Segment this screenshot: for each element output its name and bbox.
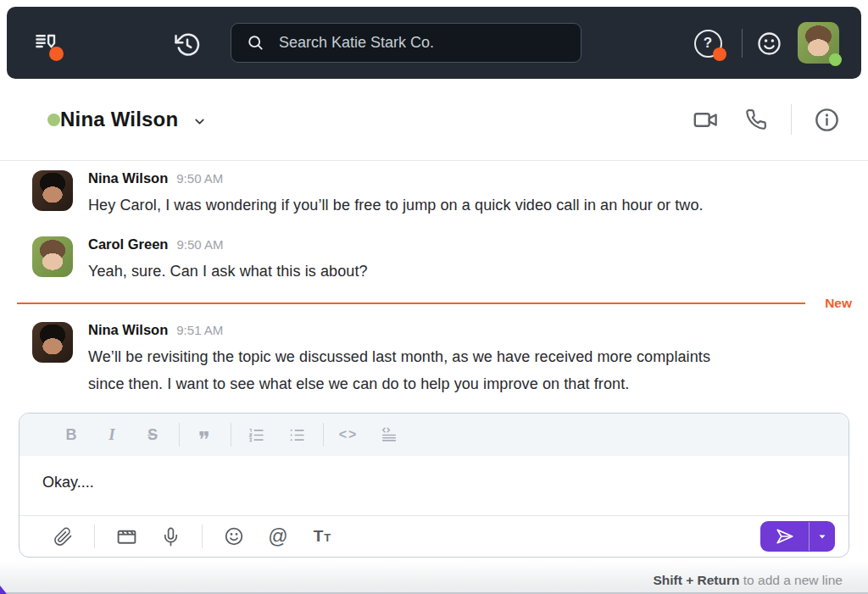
top-bar: ? bbox=[7, 7, 861, 79]
user-avatar[interactable] bbox=[798, 22, 839, 64]
avatar[interactable] bbox=[32, 236, 73, 277]
avatar[interactable] bbox=[32, 170, 73, 211]
channel-header: Nina Wilson bbox=[0, 79, 868, 161]
inline-code-icon[interactable]: <> bbox=[334, 422, 363, 447]
mention-icon[interactable]: @ bbox=[265, 524, 291, 549]
message-timestamp: 9:51 AM bbox=[176, 321, 223, 340]
presence-dot bbox=[47, 114, 60, 126]
send-button-group bbox=[760, 521, 835, 552]
new-messages-label: New bbox=[825, 294, 852, 312]
newline-hint: Shift + Return to add a new line bbox=[653, 573, 843, 588]
message-list: Nina Wilson 9:50 AM Hey Carol, I was won… bbox=[0, 161, 868, 406]
formatting-toolbar: B I S ❞ <> bbox=[19, 414, 849, 456]
help-icon[interactable]: ? bbox=[693, 29, 722, 58]
composer-actions: @ TT bbox=[19, 515, 849, 557]
message-composer: B I S ❞ <> bbox=[19, 413, 849, 558]
info-icon[interactable] bbox=[812, 105, 841, 134]
search-input[interactable] bbox=[277, 33, 569, 53]
toolbar-divider bbox=[323, 423, 324, 447]
video-call-icon[interactable] bbox=[691, 105, 720, 134]
newline-hint-text: to add a new line bbox=[739, 573, 843, 587]
composer-divider bbox=[94, 525, 95, 548]
code-block-icon[interactable] bbox=[375, 422, 403, 447]
new-messages-divider: New bbox=[0, 294, 868, 312]
strikethrough-icon[interactable]: S bbox=[138, 422, 167, 447]
app-window: ? Nina Wilson bbox=[0, 0, 868, 594]
help-badge-dot bbox=[713, 47, 726, 61]
smiley-glyph bbox=[756, 31, 782, 57]
history-icon[interactable] bbox=[171, 29, 203, 61]
message-row: Nina Wilson 9:51 AM We’ll be revisiting … bbox=[0, 313, 868, 406]
send-options-caret-icon[interactable] bbox=[810, 521, 835, 552]
top-bar-divider bbox=[742, 29, 743, 58]
new-messages-line bbox=[17, 303, 805, 304]
emoji-icon[interactable] bbox=[221, 524, 247, 549]
message-author[interactable]: Nina Wilson bbox=[88, 320, 168, 339]
at-glyph: @ bbox=[268, 525, 287, 548]
blockquote-icon[interactable]: ❞ bbox=[190, 422, 219, 447]
italic-icon[interactable]: I bbox=[97, 422, 126, 447]
ordered-list-icon[interactable] bbox=[242, 422, 270, 447]
video-clip-icon[interactable] bbox=[114, 524, 139, 549]
message-row: Carol Green 9:50 AM Yeah, sure. Can I as… bbox=[0, 227, 868, 293]
channel-actions bbox=[691, 104, 841, 135]
channel-header-divider bbox=[791, 104, 792, 135]
message-row: Nina Wilson 9:50 AM Hey Carol, I was won… bbox=[0, 161, 868, 227]
search-icon bbox=[247, 34, 264, 52]
bold-icon[interactable]: B bbox=[57, 422, 86, 447]
chevron-down-icon[interactable] bbox=[192, 114, 207, 129]
search-bar[interactable] bbox=[231, 23, 581, 63]
microphone-icon[interactable] bbox=[158, 524, 183, 549]
message-input[interactable]: Okay.... bbox=[19, 456, 849, 508]
custom-status-emoji-icon[interactable] bbox=[754, 29, 783, 58]
message-author[interactable]: Nina Wilson bbox=[88, 169, 168, 187]
text-format-icon[interactable]: TT bbox=[309, 524, 335, 549]
tt-glyph: TT bbox=[314, 527, 331, 546]
message-text: We’ll be revisiting the topic we discuss… bbox=[88, 343, 843, 397]
send-button[interactable] bbox=[760, 521, 809, 552]
unread-badge-dot bbox=[49, 47, 64, 61]
channel-name[interactable]: Nina Wilson bbox=[60, 108, 178, 131]
newline-hint-keys: Shift + Return bbox=[653, 573, 739, 587]
composer-divider bbox=[202, 525, 203, 548]
message-text: Yeah, sure. Can I ask what this is about… bbox=[88, 258, 843, 285]
avatar[interactable] bbox=[32, 322, 73, 363]
mouse-cursor-artifact bbox=[0, 586, 7, 594]
toolbar-divider bbox=[231, 423, 231, 447]
message-author[interactable]: Carol Green bbox=[88, 235, 168, 253]
message-timestamp: 9:50 AM bbox=[176, 169, 223, 188]
attachment-icon[interactable] bbox=[50, 524, 75, 549]
toolbar-divider bbox=[179, 423, 180, 447]
phone-call-icon[interactable] bbox=[742, 105, 771, 134]
history-glyph bbox=[173, 31, 202, 59]
message-text: Hey Carol, I was wondering if you’ll be … bbox=[88, 192, 843, 219]
online-status-dot bbox=[829, 53, 842, 66]
channel-list-icon[interactable] bbox=[30, 27, 62, 59]
bullet-list-icon[interactable] bbox=[282, 422, 311, 447]
message-timestamp: 9:50 AM bbox=[176, 236, 223, 254]
